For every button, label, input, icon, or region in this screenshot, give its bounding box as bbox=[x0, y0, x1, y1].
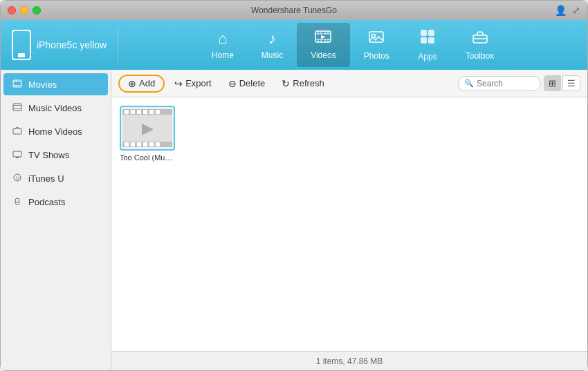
sidebar-item-itunes-u[interactable]: U iTunes U bbox=[3, 167, 108, 189]
status-text: 1 items, 47.86 MB bbox=[316, 356, 383, 366]
nav-item-videos[interactable]: Videos bbox=[297, 23, 349, 67]
sidebar-item-podcasts[interactable]: Podcasts bbox=[3, 191, 108, 213]
svg-rect-12 bbox=[369, 32, 383, 42]
export-button[interactable]: ↪ Export bbox=[167, 75, 219, 92]
view-toggle: ⊞ ☰ bbox=[544, 75, 580, 91]
add-button[interactable]: ⊕ Add bbox=[118, 75, 165, 93]
list-view-button[interactable]: ☰ bbox=[562, 75, 580, 91]
device-label: iPhone5c yellow bbox=[1, 30, 118, 60]
toolbox-icon bbox=[472, 29, 488, 48]
search-box[interactable]: 🔍 bbox=[458, 76, 541, 91]
svg-rect-15 bbox=[428, 30, 434, 36]
device-name: iPhone5c yellow bbox=[37, 39, 107, 50]
nav-item-apps[interactable]: Apps bbox=[403, 23, 452, 67]
videos-icon bbox=[315, 30, 331, 48]
film-strip-bottom bbox=[122, 142, 172, 147]
film-hole bbox=[137, 142, 141, 146]
delete-label: Delete bbox=[239, 78, 266, 88]
content-grid: ▶ Too Cool (Musi... bbox=[111, 97, 587, 351]
expand-icon[interactable]: ⤢ bbox=[572, 5, 580, 16]
home-videos-icon bbox=[12, 126, 23, 137]
sidebar-item-movies[interactable]: Movies bbox=[3, 73, 108, 95]
refresh-label: Refresh bbox=[293, 78, 324, 88]
sidebar-label-itunes-u: iTunes U bbox=[28, 173, 64, 184]
sidebar-label-music-videos: Music Videos bbox=[28, 103, 82, 113]
film-hole bbox=[137, 110, 141, 114]
film-hole bbox=[131, 110, 135, 114]
svg-rect-27 bbox=[13, 104, 21, 111]
traffic-lights bbox=[8, 6, 41, 15]
title-bar-actions: 👤 ⤢ bbox=[555, 5, 580, 16]
search-icon: 🔍 bbox=[464, 79, 474, 88]
nav-label-toolbox: Toolbox bbox=[466, 51, 494, 61]
music-icon: ♪ bbox=[268, 30, 276, 48]
content-panel: ⊕ Add ↪ Export ⊖ Delete ↻ Refresh 🔍 bbox=[111, 70, 587, 370]
svg-marker-11 bbox=[321, 35, 326, 39]
film-hole bbox=[125, 110, 129, 114]
add-label: Add bbox=[139, 78, 155, 88]
export-icon: ↪ bbox=[174, 78, 183, 89]
play-icon: ▶ bbox=[142, 120, 154, 137]
search-input[interactable] bbox=[477, 79, 532, 88]
delete-button[interactable]: ⊖ Delete bbox=[221, 75, 273, 92]
film-strip-top bbox=[122, 109, 172, 115]
film-hole bbox=[143, 110, 147, 114]
movies-sidebar-icon bbox=[12, 79, 23, 90]
nav-label-videos: Videos bbox=[311, 50, 336, 60]
add-icon: ⊕ bbox=[128, 78, 136, 89]
podcasts-icon bbox=[12, 196, 23, 207]
nav-bar: iPhone5c yellow ⌂ Home ♪ Music bbox=[1, 20, 587, 70]
nav-items: ⌂ Home ♪ Music bbox=[118, 23, 587, 67]
sidebar-item-home-videos[interactable]: Home Videos bbox=[3, 120, 108, 142]
sidebar-label-podcasts: Podcasts bbox=[28, 197, 65, 207]
video-thumbnail: ▶ bbox=[120, 106, 175, 151]
sidebar-item-music-videos[interactable]: Music Videos bbox=[3, 97, 108, 119]
refresh-icon: ↻ bbox=[282, 78, 290, 89]
video-thumb-inner: ▶ bbox=[122, 109, 172, 147]
export-label: Export bbox=[185, 78, 212, 88]
sidebar: Movies Music Videos Home Videos TV Shows bbox=[1, 70, 111, 370]
film-hole bbox=[143, 142, 147, 146]
nav-label-photos: Photos bbox=[364, 51, 389, 61]
film-hole bbox=[156, 110, 160, 114]
sidebar-label-home-videos: Home Videos bbox=[28, 126, 82, 137]
svg-rect-30 bbox=[13, 129, 21, 134]
music-videos-icon bbox=[12, 102, 23, 113]
minimize-button[interactable] bbox=[20, 6, 28, 15]
delete-icon: ⊖ bbox=[228, 78, 237, 89]
grid-view-button[interactable]: ⊞ bbox=[544, 75, 561, 91]
svg-point-36 bbox=[15, 198, 19, 202]
sidebar-item-tv-shows[interactable]: TV Shows bbox=[3, 144, 108, 166]
maximize-button[interactable] bbox=[33, 6, 41, 15]
film-hole bbox=[131, 142, 135, 146]
main-area: Movies Music Videos Home Videos TV Shows bbox=[1, 70, 587, 370]
film-hole bbox=[149, 110, 154, 114]
nav-item-photos[interactable]: Photos bbox=[350, 23, 403, 67]
svg-text:U: U bbox=[16, 175, 19, 180]
refresh-button[interactable]: ↻ Refresh bbox=[275, 75, 331, 92]
close-button[interactable] bbox=[8, 6, 16, 15]
nav-item-home[interactable]: ⌂ Home bbox=[198, 23, 248, 67]
video-label: Too Cool (Musi... bbox=[120, 153, 175, 162]
svg-rect-31 bbox=[13, 151, 21, 157]
film-hole bbox=[156, 142, 160, 146]
photos-icon bbox=[368, 29, 385, 48]
nav-label-apps: Apps bbox=[418, 52, 437, 61]
sidebar-label-movies: Movies bbox=[28, 79, 57, 90]
toolbar: ⊕ Add ↪ Export ⊖ Delete ↻ Refresh 🔍 bbox=[111, 70, 587, 97]
video-item[interactable]: ▶ Too Cool (Musi... bbox=[120, 106, 175, 162]
phone-icon bbox=[12, 30, 31, 60]
film-hole bbox=[125, 142, 129, 146]
nav-item-music[interactable]: ♪ Music bbox=[248, 23, 297, 67]
svg-rect-14 bbox=[421, 30, 427, 36]
app-window: Wondershare TunesGo 👤 ⤢ iPhone5c yellow … bbox=[0, 0, 588, 371]
nav-label-home: Home bbox=[212, 50, 234, 60]
window-title: Wondershare TunesGo bbox=[251, 6, 337, 15]
svg-rect-17 bbox=[428, 37, 434, 44]
sidebar-label-tv-shows: TV Shows bbox=[28, 150, 69, 160]
tv-shows-icon bbox=[12, 149, 23, 160]
nav-item-toolbox[interactable]: Toolbox bbox=[452, 23, 508, 67]
apps-icon bbox=[419, 28, 436, 49]
status-bar: 1 items, 47.86 MB bbox=[111, 351, 587, 370]
user-icon[interactable]: 👤 bbox=[555, 5, 567, 16]
